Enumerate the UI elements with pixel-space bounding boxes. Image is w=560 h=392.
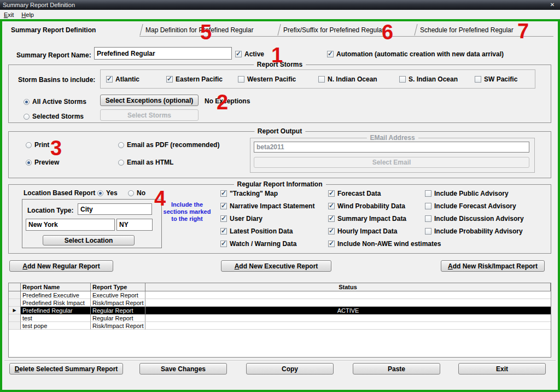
discussion-advisory-checkbox[interactable]: Include Discussion Advisory [425,215,524,223]
annotation-2: 2 [217,92,228,113]
report-type-header[interactable]: Report Type [91,283,145,291]
checkbox-icon [328,241,335,247]
table-row[interactable]: Predefined Executive Executive Report [9,291,551,299]
add-new-risk-impact-report-button[interactable]: Add New Risk/Impact Report [441,260,545,272]
summary-impact-checkbox[interactable]: Summary Impact Data [328,215,406,223]
annotation-3: 3 [50,138,62,159]
print-radio[interactable]: Print [26,141,49,149]
location-state-input[interactable] [116,219,153,231]
annotation-7: 7 [517,21,529,42]
menu-help[interactable]: Help [18,11,38,19]
radio-icon [24,99,30,105]
cell-report-type: Risk/Impact Report [91,299,145,307]
checkbox-label: Include Public Advisory [434,190,509,197]
copy-button[interactable]: Copy [246,363,334,375]
add-new-regular-report-button[interactable]: Add New Regular Report [9,260,113,272]
row-selector[interactable] [9,322,21,330]
selected-storms-radio[interactable]: Selected Storms [24,113,84,120]
radio-label: Yes [106,189,118,197]
report-output-title: Report Output [254,127,305,135]
email-pdf-radio[interactable]: Email as PDF (recommended) [118,141,219,149]
menu-exit[interactable]: Exit [0,11,18,19]
row-selector[interactable] [9,299,21,307]
radio-icon [26,142,32,148]
delete-selected-summary-report-button[interactable]: Delete Selected Summary Report [9,363,123,375]
basin-label: SW Pacific [484,75,517,83]
menu-bar: Exit Help [0,10,560,19]
select-location-button[interactable]: Select Location [43,235,135,245]
email-address-input[interactable] [254,142,529,153]
cell-status [145,322,551,330]
forecast-advisory-checkbox[interactable]: Include Forecast Advisory [425,202,516,210]
forecast-data-checkbox[interactable]: Forecast Data [328,190,381,197]
watch-warning-checkbox[interactable]: Watch / Warning Data [220,240,296,248]
button-label: Add New Risk/Impact Report [448,262,538,270]
report-name-header[interactable]: Report Name [21,283,91,291]
latest-position-checkbox[interactable]: Latest Position Data [220,227,293,235]
radio-label: Email as HTML [127,159,173,166]
save-changes-button[interactable]: Save Changes [139,363,227,375]
paste-button[interactable]: Paste [353,363,440,375]
checkbox-label: Watch / Warning Data [230,240,296,248]
tab-summary-report-definition[interactable]: Summary Report Definition [11,24,137,36]
close-icon[interactable]: ✕ [548,1,557,8]
window-title: Summary Report Definition [3,2,75,8]
tracking-map-checkbox[interactable]: "Tracking" Map [220,190,278,197]
user-diary-checkbox[interactable]: User Diary [220,215,262,223]
radio-label: Preview [34,159,59,166]
active-checkbox[interactable]: Active [235,50,264,58]
radio-label: Print [34,141,49,149]
cell-status [145,299,551,307]
table-row[interactable]: test pope Risk/Impact Report [9,322,551,330]
preview-radio[interactable]: Preview [26,159,59,166]
basin-atlantic-checkbox[interactable]: Atlantic [106,75,139,83]
basin-n-indian-checkbox[interactable]: N. Indian Ocean [318,75,377,83]
annotation-1: 1 [271,45,283,66]
wind-probability-checkbox[interactable]: Wind Probability Data [328,202,405,210]
basin-label: N. Indian Ocean [328,75,377,83]
location-type-input[interactable] [78,203,152,215]
radio-icon [26,160,32,166]
radio-icon [128,190,134,196]
add-new-executive-report-button[interactable]: Add New Executive Report [221,260,331,272]
hourly-impact-checkbox[interactable]: Hourly Impact Data [328,227,397,235]
table-row-selected[interactable]: ▶ Prefefined Regular Regular Report ACTI… [9,307,551,314]
non-awe-wind-checkbox[interactable]: Include Non-AWE wind estimates [328,240,441,248]
exit-button[interactable]: Exit [458,363,546,375]
basin-western-pacific-checkbox[interactable]: Western Pacific [238,75,296,83]
report-name-input[interactable] [94,47,232,60]
button-label: Add New Executive Report [235,262,318,270]
all-active-storms-radio[interactable]: All Active Storms [24,98,86,106]
row-selector[interactable] [9,291,21,299]
table-row[interactable]: test Regular Report [9,314,551,322]
radio-label: Email as PDF (recommended) [127,141,219,149]
location-type-label: Location Type: [27,207,73,214]
cell-status [145,291,551,299]
location-city-input[interactable] [26,219,115,231]
status-header[interactable]: Status [145,283,551,291]
basin-eastern-pacific-checkbox[interactable]: Eastern Pacific [166,75,223,83]
checkbox-icon [220,190,227,197]
select-exceptions-button[interactable]: Select Exceptions (optional) [100,95,199,106]
public-advisory-checkbox[interactable]: Include Public Advisory [425,190,509,197]
row-selector[interactable] [9,314,21,322]
radio-label: No [137,189,145,197]
table-row[interactable]: Predefined Risk Impact Risk/Impact Repor… [9,299,551,307]
radio-icon [118,160,124,166]
radio-label: All Active Storms [32,98,86,106]
cell-status: ACTIVE [145,307,551,314]
automation-checkbox[interactable]: Automation (automatic creation with new … [327,50,504,58]
tab-schedule[interactable]: Schedule for Prefefined Regular [420,24,551,36]
narrative-impact-checkbox[interactable]: Narrative Impact Statement [220,202,314,210]
basin-s-indian-checkbox[interactable]: S. Indian Ocean [399,75,458,83]
location-based-no-radio[interactable]: No [128,189,145,197]
location-based-yes-radio[interactable]: Yes [97,189,118,197]
row-selector-arrow-icon[interactable]: ▶ [9,307,21,314]
probability-advisory-checkbox[interactable]: Include Probability Advisory [425,227,523,235]
email-html-radio[interactable]: Email as HTML [118,159,173,166]
basin-sw-pacific-checkbox[interactable]: SW Pacific [475,75,517,83]
checkbox-icon [475,76,481,83]
radio-icon [97,190,103,196]
basin-label: Atlantic [115,75,139,83]
radio-icon [118,142,124,148]
